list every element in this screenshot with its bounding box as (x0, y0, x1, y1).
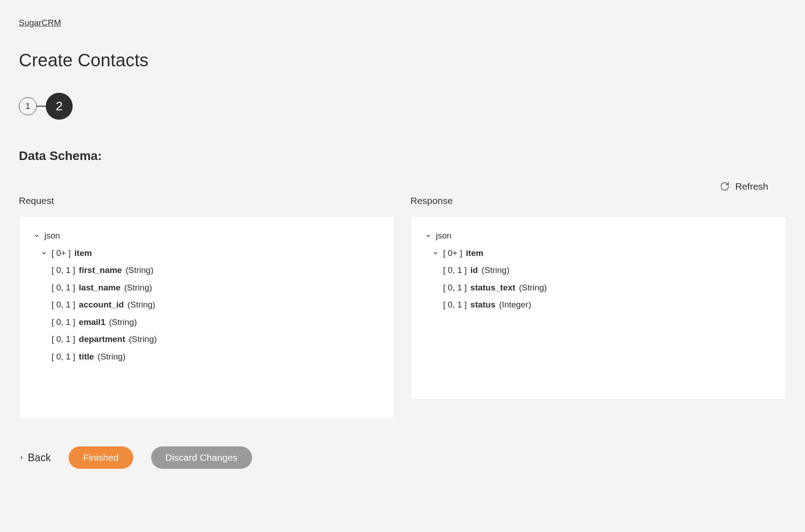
tree-node-prefix: [ 0+ ] (443, 247, 462, 260)
field-name: title (79, 350, 94, 363)
field-name: last_name (79, 281, 121, 294)
field-prefix: [ 0, 1 ] (52, 316, 75, 329)
tree-field-row[interactable]: [ 0, 1 ] first_name (String) (33, 262, 381, 279)
tree-node-json[interactable]: json (33, 227, 381, 245)
field-type: (String) (482, 264, 509, 277)
finished-button[interactable]: Finished (69, 446, 133, 469)
back-label: Back (28, 452, 51, 464)
stepper: 1 2 (19, 93, 786, 120)
response-title: Response (410, 195, 786, 206)
field-name: department (79, 333, 125, 346)
field-prefix: [ 0, 1 ] (443, 298, 467, 311)
tree-field-row[interactable]: [ 0, 1 ] department (String) (33, 331, 381, 348)
field-prefix: [ 0, 1 ] (52, 298, 75, 311)
tree-node-item[interactable]: [ 0+ ] item (424, 245, 772, 262)
chevron-down-icon (431, 250, 439, 256)
field-prefix: [ 0, 1 ] (52, 350, 75, 363)
field-type: (String) (126, 264, 153, 277)
tree-field-row[interactable]: [ 0, 1 ] last_name (String) (33, 279, 381, 297)
field-prefix: [ 0, 1 ] (52, 333, 75, 346)
step-1[interactable]: 1 (19, 97, 37, 115)
field-prefix: [ 0, 1 ] (443, 264, 467, 277)
field-type: (String) (519, 281, 547, 294)
field-name: status (470, 298, 496, 311)
field-type: (String) (109, 316, 137, 329)
tree-node-label: json (44, 229, 60, 242)
field-name: email1 (79, 316, 105, 329)
field-name: first_name (79, 264, 122, 277)
tree-field-row[interactable]: [ 0, 1 ] title (String) (33, 348, 381, 366)
field-name: id (470, 264, 478, 277)
refresh-label: Refresh (735, 181, 768, 192)
field-type: (String) (98, 350, 126, 363)
field-name: account_id (79, 298, 124, 311)
tree-node-item[interactable]: [ 0+ ] item (33, 245, 381, 262)
footer: Back Finished Discard Changes (19, 446, 786, 469)
tree-field-row[interactable]: [ 0, 1 ] account_id (String) (33, 296, 381, 314)
response-column: Response json [ 0+ ] item [ 0, 1 ] id (S… (410, 195, 786, 420)
tree-node-prefix: [ 0+ ] (52, 247, 71, 260)
tree-node-label: json (436, 229, 452, 242)
tree-field-row[interactable]: [ 0, 1 ] status_text (String) (424, 279, 772, 297)
tree-field-row[interactable]: [ 0, 1 ] email1 (String) (33, 314, 381, 331)
field-prefix: [ 0, 1 ] (52, 281, 75, 294)
refresh-button[interactable]: Refresh (720, 181, 768, 192)
section-title: Data Schema: (19, 149, 786, 163)
field-prefix: [ 0, 1 ] (52, 264, 75, 277)
step-connector (37, 106, 46, 107)
request-column: Request json [ 0+ ] item [ 0, 1 ] first_… (19, 195, 395, 420)
tree-node-json[interactable]: json (424, 227, 772, 245)
field-type: (String) (129, 333, 157, 346)
request-title: Request (19, 195, 395, 206)
chevron-down-icon (33, 233, 41, 239)
chevron-left-icon (19, 454, 24, 462)
field-type: (String) (124, 281, 152, 294)
request-panel: json [ 0+ ] item [ 0, 1 ] first_name (St… (19, 216, 395, 420)
response-panel: json [ 0+ ] item [ 0, 1 ] id (String)[ 0… (410, 216, 786, 400)
breadcrumb-link[interactable]: SugarCRM (19, 18, 61, 28)
tree-node-name: item (466, 247, 483, 260)
field-prefix: [ 0, 1 ] (443, 281, 467, 294)
field-type: (String) (127, 298, 155, 311)
chevron-down-icon (424, 233, 432, 239)
back-button[interactable]: Back (19, 452, 51, 464)
refresh-icon (720, 182, 730, 191)
tree-node-name: item (74, 247, 92, 260)
field-type: (Integer) (499, 298, 531, 311)
tree-field-row[interactable]: [ 0, 1 ] id (String) (424, 262, 772, 279)
tree-field-row[interactable]: [ 0, 1 ] status (Integer) (424, 296, 772, 314)
page-title: Create Contacts (19, 50, 786, 70)
field-name: status_text (470, 281, 515, 294)
step-2[interactable]: 2 (46, 93, 73, 120)
discard-button[interactable]: Discard Changes (151, 446, 252, 469)
chevron-down-icon (40, 250, 48, 256)
